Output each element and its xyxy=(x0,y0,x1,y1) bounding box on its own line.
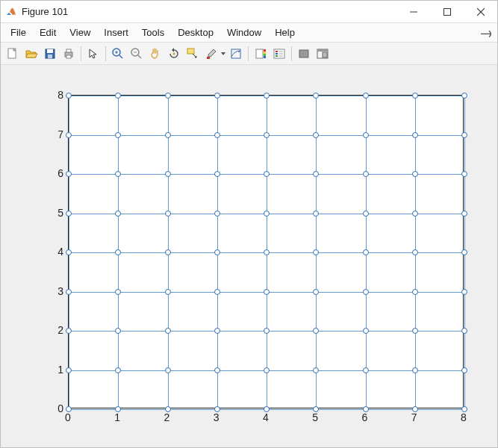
data-marker xyxy=(264,93,270,99)
data-marker xyxy=(165,171,171,177)
svg-rect-9 xyxy=(66,49,71,52)
x-tick-label: 5 xyxy=(312,411,318,447)
x-tick-label: 2 xyxy=(164,411,170,447)
data-marker xyxy=(363,249,369,255)
data-marker xyxy=(412,171,418,177)
data-marker xyxy=(66,211,72,217)
data-marker xyxy=(115,132,121,138)
x-tick-label: 8 xyxy=(461,411,467,447)
data-marker xyxy=(66,249,72,255)
pan-icon[interactable] xyxy=(146,45,164,63)
data-marker xyxy=(412,367,418,373)
toolbar xyxy=(1,43,497,65)
toolbar-separator xyxy=(248,46,249,61)
data-marker xyxy=(363,289,369,295)
menu-file[interactable]: File xyxy=(4,25,33,40)
data-marker xyxy=(214,93,220,99)
data-marker xyxy=(363,328,369,334)
data-marker xyxy=(461,289,467,295)
x-tick-label: 7 xyxy=(411,411,417,447)
data-marker xyxy=(461,132,467,138)
x-tick-label: 0 xyxy=(65,411,71,447)
data-marker xyxy=(165,289,171,295)
minimize-toolbar-icon[interactable] xyxy=(481,28,491,38)
zoom-out-icon[interactable] xyxy=(128,45,146,63)
data-marker xyxy=(115,289,121,295)
menu-insert[interactable]: Insert xyxy=(97,25,135,40)
y-tick-label: 6 xyxy=(38,167,63,179)
data-marker xyxy=(363,132,369,138)
data-marker xyxy=(461,328,467,334)
data-marker xyxy=(363,211,369,217)
svg-rect-20 xyxy=(207,57,210,59)
svg-line-16 xyxy=(138,55,141,58)
menu-desktop[interactable]: Desktop xyxy=(171,25,220,40)
data-marker xyxy=(412,132,418,138)
data-marker xyxy=(461,171,467,177)
y-tick-label: 1 xyxy=(38,364,63,376)
data-marker xyxy=(115,249,121,255)
brush-icon[interactable] xyxy=(202,45,220,63)
data-marker xyxy=(461,211,467,217)
data-marker xyxy=(412,249,418,255)
print-icon[interactable] xyxy=(60,45,78,63)
data-marker xyxy=(214,132,220,138)
figure-area: 012345678012345678 xyxy=(1,65,497,447)
new-figure-icon[interactable] xyxy=(4,45,22,63)
toolbar-separator xyxy=(291,46,292,61)
insert-colorbar-icon[interactable] xyxy=(252,45,270,63)
data-marker xyxy=(363,93,369,99)
data-marker xyxy=(363,367,369,373)
toolbar-separator xyxy=(105,46,106,61)
axes[interactable] xyxy=(68,95,464,408)
y-tick-label: 2 xyxy=(38,324,63,336)
y-tick-label: 3 xyxy=(38,285,63,297)
minimize-button[interactable] xyxy=(396,1,430,22)
svg-rect-6 xyxy=(47,49,53,53)
menu-tools[interactable]: Tools xyxy=(135,25,171,40)
toolbar-separator xyxy=(81,46,81,61)
data-marker xyxy=(264,328,270,334)
menubar: File Edit View Insert Tools Desktop Wind… xyxy=(1,23,497,43)
svg-rect-38 xyxy=(323,52,327,57)
titlebar: Figure 101 xyxy=(1,1,497,23)
maximize-button[interactable] xyxy=(430,1,464,22)
data-cursor-icon[interactable] xyxy=(184,45,202,63)
zoom-in-icon[interactable] xyxy=(109,45,127,63)
y-tick-label: 0 xyxy=(38,402,63,414)
data-marker xyxy=(313,367,319,373)
link-plot-icon[interactable] xyxy=(227,45,245,63)
data-marker xyxy=(66,171,72,177)
data-marker xyxy=(115,328,121,334)
x-tick-label: 1 xyxy=(114,411,120,447)
data-marker xyxy=(165,328,171,334)
data-marker xyxy=(165,132,171,138)
data-marker xyxy=(214,328,220,334)
menu-window[interactable]: Window xyxy=(220,25,268,40)
menu-help[interactable]: Help xyxy=(268,25,302,40)
data-marker xyxy=(214,289,220,295)
dock-icon[interactable] xyxy=(314,45,332,63)
hide-tools-icon[interactable] xyxy=(295,45,313,63)
save-icon[interactable] xyxy=(41,45,59,63)
svg-rect-10 xyxy=(66,55,71,58)
menu-edit[interactable]: Edit xyxy=(33,25,63,40)
menu-view[interactable]: View xyxy=(63,25,97,40)
data-marker xyxy=(264,132,270,138)
data-marker xyxy=(264,211,270,217)
insert-legend-icon[interactable] xyxy=(270,45,288,63)
open-icon[interactable] xyxy=(22,45,40,63)
window-controls xyxy=(396,1,497,22)
data-marker xyxy=(313,211,319,217)
data-marker xyxy=(461,367,467,373)
data-marker xyxy=(115,211,121,217)
y-tick-label: 4 xyxy=(38,246,63,258)
close-button[interactable] xyxy=(464,1,497,22)
data-marker xyxy=(66,132,72,138)
rotate-icon[interactable] xyxy=(165,45,183,63)
data-marker xyxy=(313,171,319,177)
data-marker xyxy=(313,132,319,138)
pointer-icon[interactable] xyxy=(84,45,102,63)
data-marker xyxy=(313,249,319,255)
brush-dropdown-icon[interactable] xyxy=(220,45,226,63)
